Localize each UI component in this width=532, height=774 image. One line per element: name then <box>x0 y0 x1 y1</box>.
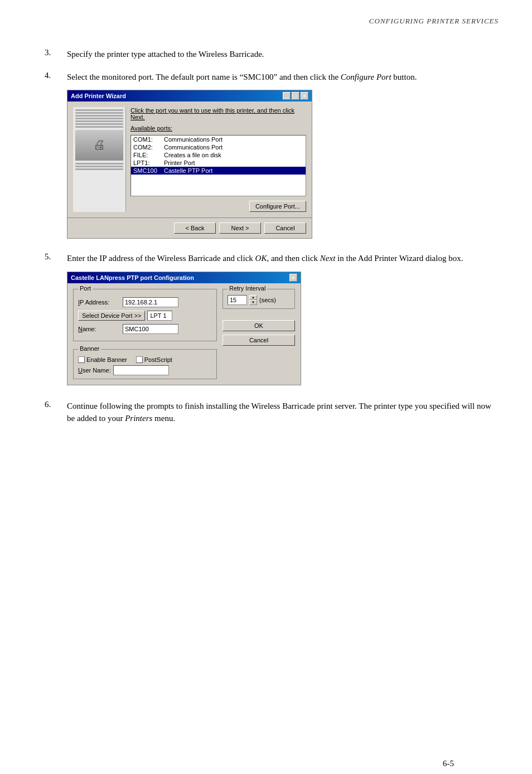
retry-group-label: Retry Interval <box>228 285 267 292</box>
step-5-number: 5. <box>45 252 67 262</box>
secs-label: (secs) <box>259 297 276 303</box>
port-desc-file: Creates a file on disk <box>164 152 221 158</box>
page-number: 6-5 <box>443 759 454 768</box>
ok-button[interactable]: OK <box>223 320 295 331</box>
step-5-text-after: in the Add Printer Wizard dialog box. <box>335 254 463 263</box>
port-row-com1[interactable]: COM1: Communications Port <box>131 136 306 143</box>
step-6-text-after: menu. <box>152 414 175 423</box>
name-label: Name: <box>78 326 123 332</box>
instruction-text: Click the port you want to use with this… <box>130 107 306 120</box>
available-ports-label: Available ports: <box>130 125 306 132</box>
port-desc-smc100: Castelle PTP Port <box>164 167 212 174</box>
port-desc-com2: Communications Port <box>164 144 223 151</box>
step-5-text-middle: , and then click <box>267 254 320 263</box>
port-name-lpt1: LPT1: <box>133 159 164 166</box>
minimize-button[interactable]: _ <box>283 92 291 100</box>
maximize-button[interactable]: □ <box>292 92 299 100</box>
step-4-text-after: button. <box>391 72 417 81</box>
step-6-number: 6. <box>45 400 67 409</box>
port-row-smc100[interactable]: SMC100 Castelle PTP Port <box>131 167 306 175</box>
step-5-italic1: OK <box>255 254 267 263</box>
spinner-down-button[interactable]: ▼ <box>249 300 257 305</box>
port-desc-lpt1: Printer Port <box>164 159 195 166</box>
username-row: User Name: <box>78 365 212 375</box>
page-header: CONFIGURING PRINTER SERVICES <box>45 17 499 26</box>
port-name-smc100: SMC100 <box>133 167 164 174</box>
config-dialog-title: Castelle LANpress PTP port Configuration <box>71 274 194 281</box>
step-6-italic: Printers <box>125 414 152 423</box>
username-input[interactable] <box>113 365 169 375</box>
port-desc-com1: Communications Port <box>164 136 223 143</box>
spinner-buttons: ▲ ▼ <box>249 295 257 305</box>
step-4-text: Select the monitored port. The default p… <box>67 71 499 84</box>
name-input[interactable] <box>123 324 178 334</box>
config-dialog-titlebar: Castelle LANpress PTP port Configuration… <box>67 272 301 283</box>
postscript-label: PostScript <box>144 356 172 363</box>
spinner-up-button[interactable]: ▲ <box>249 295 257 300</box>
port-row-com2[interactable]: COM2: Communications Port <box>131 143 306 151</box>
configure-port-button[interactable]: Configure Port... <box>249 201 306 212</box>
step-4-text-before: Select the monitored port. The default p… <box>67 72 341 81</box>
port-group: Port IP Address: Select Device Port >> L… <box>73 289 217 341</box>
retry-group: Retry Interval ▲ ▼ (secs) <box>223 289 295 309</box>
config-cancel-button[interactable]: Cancel <box>223 335 295 346</box>
port-name-com2: COM2: <box>133 144 164 151</box>
config-body: Port IP Address: Select Device Port >> L… <box>67 283 301 385</box>
enable-banner-label: Enable Banner <box>86 356 127 363</box>
username-label: User Name: <box>78 367 111 374</box>
device-port-display: LPT 1 <box>147 311 172 321</box>
retry-interval-input[interactable] <box>228 295 247 305</box>
step-4-italic: Configure Port <box>341 72 391 81</box>
dialog-titlebar: Add Printer Wizard _ □ × <box>67 90 312 101</box>
enable-banner-checkbox[interactable] <box>78 356 85 363</box>
step-5-text: Enter the IP address of the Wireless Bar… <box>67 252 463 265</box>
step-3-number: 3. <box>45 48 67 57</box>
banner-group-label: Banner <box>78 345 101 352</box>
step-5-text-before: Enter the IP address of the Wireless Bar… <box>67 254 255 263</box>
dialog-footer: < Back Next > Cancel <box>67 217 312 238</box>
back-button[interactable]: < Back <box>174 222 216 234</box>
add-printer-wizard-dialog: Add Printer Wizard _ □ × <box>67 90 499 239</box>
step-4-number: 4. <box>45 71 67 80</box>
config-dialog-wrapper: Castelle LANpress PTP port Configuration… <box>67 272 499 385</box>
step-3-text: Specify the printer type attached to the… <box>67 48 499 61</box>
banner-group: Banner Enable Banner PostScript <box>73 349 217 379</box>
cancel-button[interactable]: Cancel <box>264 222 306 234</box>
ports-list[interactable]: COM1: Communications Port COM2: Communic… <box>130 135 306 196</box>
step-5-italic2: Next <box>320 254 336 263</box>
port-row-file[interactable]: FILE: Creates a file on disk <box>131 151 306 159</box>
retry-inner: ▲ ▼ (secs) <box>228 295 290 305</box>
enable-banner-checkbox-item[interactable]: Enable Banner <box>78 356 127 363</box>
postscript-checkbox-item[interactable]: PostScript <box>136 356 172 363</box>
wizard-thumbnail: 🖨 <box>73 107 126 212</box>
titlebar-buttons: _ □ × <box>283 92 308 100</box>
config-dialog: Castelle LANpress PTP port Configuration… <box>67 272 301 385</box>
ip-label: IP Address: <box>78 299 123 306</box>
select-device-port-button[interactable]: Select Device Port >> <box>78 311 145 321</box>
close-button[interactable]: × <box>301 92 308 100</box>
postscript-checkbox[interactable] <box>136 356 143 363</box>
step-6-text: Continue following the prompts to finish… <box>67 400 499 425</box>
port-name-com1: COM1: <box>133 136 164 143</box>
port-group-label: Port <box>78 285 93 292</box>
next-button[interactable]: Next > <box>219 222 261 234</box>
port-row-lpt1[interactable]: LPT1: Printer Port <box>131 159 306 167</box>
port-name-file: FILE: <box>133 152 164 158</box>
ip-address-input[interactable] <box>123 297 178 307</box>
config-close-button[interactable]: × <box>289 274 297 282</box>
dialog-title: Add Printer Wizard <box>71 93 126 99</box>
printer-icon: 🖨 <box>93 137 105 153</box>
ok-cancel-col: OK Cancel <box>223 320 295 346</box>
